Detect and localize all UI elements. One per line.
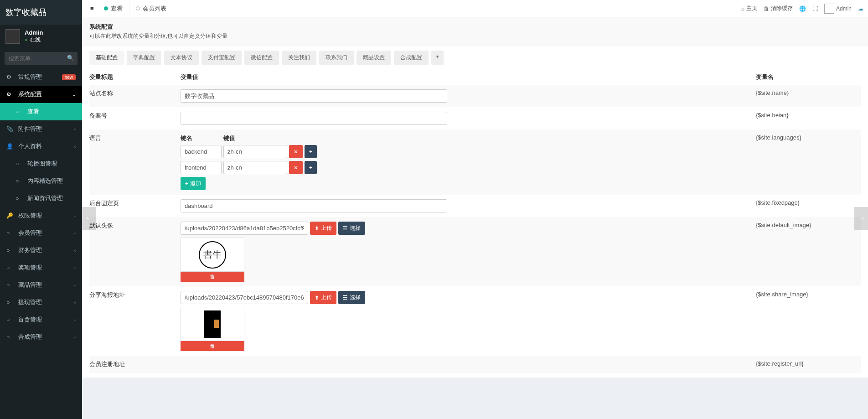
pill-basic[interactable]: 基础配置 [89,51,124,65]
tab-view[interactable]: 查看 [98,0,129,17]
user-icon: 👤 [6,143,15,150]
th-varname: 变量名 [747,73,861,81]
nav-clear-cache[interactable]: 🗑清除缓存 [764,5,793,12]
trash-icon: 🗑 [764,5,769,12]
scroll-right-button[interactable]: → [854,207,868,230]
tab-member-list[interactable]: 会员列表 [129,0,173,17]
scroll-left-button[interactable]: ← [82,207,96,230]
th-title: 变量标题 [89,73,181,81]
menu-member[interactable]: ○会员管理‹ [0,224,82,242]
bullet-icon [136,6,140,10]
menu-attachment[interactable]: 📎附件管理‹ [0,120,82,138]
input-lang-val-1[interactable] [223,161,287,174]
menu-news[interactable]: ○新闻资讯管理 [0,190,82,207]
input-lang-val-0[interactable] [223,145,287,158]
row-default-image: 默认头像 ⬆上传 ☰选择 書牛 🗑 {$site.default_image} [89,217,861,286]
pill-text[interactable]: 文本协议 [164,51,199,65]
upload-default-image[interactable]: ⬆上传 [310,222,336,235]
menu-finance[interactable]: ○财务管理‹ [0,242,82,259]
user-panel: Admin 在线 [0,25,82,48]
menu-permission[interactable]: 🔑权限管理‹ [0,207,82,224]
pill-collection[interactable]: 藏品设置 [356,51,391,65]
language-icon: 🌐 [799,5,806,12]
chevron-left-icon: ‹ [74,335,76,340]
trash-icon: 🗑 [210,274,215,280]
kv-header-key: 键名 [181,134,222,142]
choose-share-image[interactable]: ☰选择 [338,291,365,304]
nav-user[interactable]: Admin [824,4,852,14]
add-after-lang-0[interactable]: + [305,145,317,158]
circle-icon: ○ [6,282,15,288]
input-lang-key-0[interactable] [181,145,222,158]
row-site-name: 站点名称 {$site.name} [89,85,861,107]
menu-profile[interactable]: 👤个人资料‹ [0,138,82,155]
kv-header-val: 键值 [223,134,287,142]
default-image-preview: 書牛 [181,238,244,272]
bullet-icon [104,6,108,10]
panel-header: 系统配置 可以在此增改系统的变量和分组,也可以自定义分组和变量 [82,17,868,46]
nav-language[interactable]: 🌐 [799,5,806,12]
row-beian: 备案号 {$site.beian} [89,107,861,129]
menu-collection[interactable]: ○藏品管理‹ [0,276,82,294]
menu-toggle-icon[interactable]: ≡ [87,5,98,12]
chevron-left-icon: ‹ [74,144,76,149]
user-status: 在线 [25,36,43,44]
th-value: 变量值 [181,73,747,81]
circle-icon: ○ [16,195,24,202]
pill-synthesis[interactable]: 合成配置 [394,51,429,65]
nav-fullscreen[interactable]: ⛶ [812,5,818,12]
upload-share-image[interactable]: ⬆上传 [310,291,336,304]
remove-lang-1[interactable]: ✕ [289,161,303,174]
chevron-left-icon: ‹ [74,213,76,218]
pill-alipay[interactable]: 支付宝配置 [202,51,242,65]
plus-icon: + [185,181,188,187]
close-icon: ✕ [294,149,298,155]
menu-view[interactable]: ○查看 [0,103,82,120]
search-icon[interactable]: 🔍 [67,55,74,61]
input-site-name[interactable] [181,89,447,103]
delete-share-image[interactable]: 🗑 [181,341,244,351]
home-icon: ⌂ [741,5,744,12]
search-input[interactable] [5,52,78,65]
input-fixedpage[interactable] [181,199,447,212]
pill-contact[interactable]: 联系我们 [319,51,354,65]
circle-icon: ○ [6,264,15,271]
input-beian[interactable] [181,112,447,125]
user-avatar [5,29,20,44]
chevron-left-icon: ‹ [74,248,76,253]
menu-award[interactable]: ○奖项管理‹ [0,259,82,276]
upload-icon: ⬆ [315,225,319,232]
user-name: Admin [25,29,43,36]
delete-default-image[interactable]: 🗑 [181,272,244,282]
choose-default-image[interactable]: ☰选择 [338,222,365,235]
pill-dict[interactable]: 字典配置 [127,51,161,65]
gear-icon: ⚙ [6,74,15,80]
pill-follow[interactable]: 关注我们 [282,51,316,65]
input-default-image[interactable] [181,222,308,235]
menu-carousel[interactable]: ○轮播图管理 [0,155,82,172]
upload-icon: ⬆ [315,295,319,301]
panel-title: 系统配置 [89,23,861,31]
pill-wechat[interactable]: 微信配置 [244,51,279,65]
input-share-image[interactable] [181,291,308,304]
pill-add[interactable]: + [431,51,444,65]
gear-icon: ⚙ [6,91,15,98]
menu-blindbox[interactable]: ○盲盒管理‹ [0,311,82,328]
nav-home[interactable]: ⌂主页 [741,5,757,12]
circle-icon: ○ [16,109,24,115]
cloud-icon: ☁ [858,5,863,12]
nav-cloud[interactable]: ☁ [858,5,863,12]
list-icon: ☰ [343,295,348,301]
chevron-down-icon: ⌄ [72,92,76,97]
menu-system-config[interactable]: ⚙系统配置⌄ [0,86,82,103]
add-after-lang-1[interactable]: + [305,161,317,174]
remove-lang-0[interactable]: ✕ [289,145,303,158]
append-lang-button[interactable]: +追加 [181,177,206,190]
menu-withdraw[interactable]: ○提现管理‹ [0,294,82,311]
topbar: ≡ 查看 会员列表 ⌂主页 🗑清除缓存 🌐 ⛶ Admin ☁ [82,0,868,17]
varname: {$site.name} [756,89,789,96]
input-lang-key-1[interactable] [181,161,222,174]
menu-synthesis[interactable]: ○合成管理‹ [0,328,82,346]
menu-featured[interactable]: ○内容精选管理 [0,172,82,190]
menu-general[interactable]: ⚙常规管理new [0,68,82,86]
